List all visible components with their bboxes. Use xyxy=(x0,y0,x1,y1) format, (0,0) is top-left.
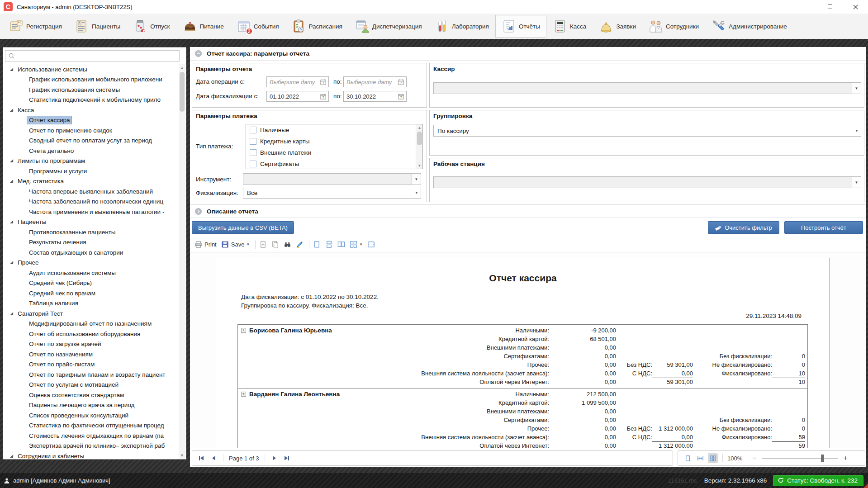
zoom-slider[interactable] xyxy=(762,455,838,462)
toolbar-item-reports[interactable]: Отчёты xyxy=(495,15,546,38)
tree-item[interactable]: Модифицированный отчет по назначениям xyxy=(3,319,179,329)
payment-type-row[interactable]: Наличные xyxy=(246,124,422,136)
close-button[interactable] xyxy=(843,0,868,14)
tree-expander-icon[interactable] xyxy=(9,312,18,316)
operation-date-from-input[interactable] xyxy=(267,79,318,85)
tree-item[interactable]: Отчет по применению скидок xyxy=(3,125,179,136)
tree-category[interactable]: Касса xyxy=(3,105,179,115)
tree-category[interactable]: Лимиты по программам xyxy=(3,156,179,166)
toolbar-item-dispense[interactable]: Отпуск xyxy=(127,15,176,38)
toolbar-item-food[interactable]: Питание xyxy=(176,15,230,38)
find-button[interactable] xyxy=(284,241,291,248)
tree-item[interactable]: Статистика подключений к мобильному прил… xyxy=(3,95,179,105)
expand-description-icon[interactable] xyxy=(194,208,202,215)
print-button[interactable]: Print xyxy=(194,241,217,248)
tree-item[interactable]: Счета детально xyxy=(3,146,179,156)
scroll-down-icon[interactable]: ▼ xyxy=(416,162,423,169)
calendar-icon[interactable]: 7 xyxy=(398,79,404,85)
tree-item[interactable]: Список проведенных консультаций xyxy=(3,410,179,421)
tree-scrollbar[interactable]: ▲ ▼ xyxy=(179,64,185,459)
page-setup-button[interactable] xyxy=(259,241,267,248)
tree-category[interactable]: Сотрудники и кабинеты xyxy=(3,451,179,459)
toolbar-item-events[interactable]: 2 События xyxy=(230,15,285,38)
toolbar-item-staff[interactable]: Сотрудники xyxy=(642,15,705,38)
view-options-button[interactable]: ▼ xyxy=(350,241,363,248)
scroll-up-icon[interactable]: ▲ xyxy=(179,64,185,71)
tree-item[interactable]: Пациенты лечащего врача за период xyxy=(3,400,179,411)
first-page-icon[interactable] xyxy=(198,455,205,462)
tree-expander-icon[interactable] xyxy=(9,261,18,265)
chevron-down-icon[interactable]: ▼ xyxy=(852,83,861,94)
tree-item[interactable]: Противопоказанные пациенты xyxy=(3,227,179,237)
fiscal-date-from-field[interactable]: 7 xyxy=(266,91,329,102)
view-continuous-button[interactable] xyxy=(325,241,333,248)
multi-page-view-button[interactable] xyxy=(708,453,718,463)
tree-expander-icon[interactable] xyxy=(9,108,18,112)
toolbar-item-cashdesk[interactable]: Касса xyxy=(546,15,593,38)
slider-handle[interactable] xyxy=(821,455,824,462)
tree-item[interactable]: Экспертиза врачей по клинико– экспертной… xyxy=(3,441,179,451)
checkbox-unchecked-icon[interactable] xyxy=(250,138,256,145)
grouping-combo[interactable]: По кассиру ▼ xyxy=(433,125,861,137)
tree-item[interactable]: Частота впервые выявленных заболеваний xyxy=(3,186,179,197)
fullscreen-button[interactable] xyxy=(367,241,375,248)
previous-page-icon[interactable] xyxy=(210,455,218,462)
page-width-view-button[interactable] xyxy=(683,453,693,463)
save-button[interactable]: Save ▼ xyxy=(221,241,250,248)
tree-item-selected[interactable]: Отчет кассира xyxy=(3,115,179,126)
minimize-button[interactable] xyxy=(792,0,817,14)
toolbar-item-dispatch[interactable]: Диспетчеризация xyxy=(349,15,428,38)
toolbar-item-patients[interactable]: Пациенты xyxy=(68,15,127,38)
cashier-combo[interactable]: ▼ xyxy=(433,82,861,94)
tree-category[interactable]: Санаторий Тест xyxy=(3,308,179,319)
tree-item[interactable]: Программы и услуги xyxy=(3,166,179,176)
fiscal-date-from-input[interactable] xyxy=(267,93,318,100)
tree-item[interactable]: Средний чек по врачам xyxy=(3,288,179,298)
next-page-icon[interactable] xyxy=(270,455,278,462)
payment-list-scrollbar[interactable]: ▲ ▼ xyxy=(416,124,422,169)
checkbox-unchecked-icon[interactable] xyxy=(250,149,256,156)
payment-type-row[interactable]: Кредитные карты xyxy=(246,136,422,147)
toolbar-item-administration[interactable]: Администрирование xyxy=(705,15,793,38)
tree-category[interactable]: Прочее xyxy=(3,258,179,268)
fiscal-date-to-input[interactable] xyxy=(344,93,396,100)
sidebar-search[interactable] xyxy=(5,50,180,62)
tree-expander-icon[interactable] xyxy=(9,179,18,183)
tree-item[interactable]: Оценка соответствия стандартам xyxy=(3,390,179,400)
scroll-up-icon[interactable]: ▲ xyxy=(416,124,423,131)
tree-expander-icon[interactable] xyxy=(9,159,18,163)
clear-filter-button[interactable]: Очистить фильтр xyxy=(708,221,779,234)
tree-item[interactable]: Отчет по назначениям xyxy=(3,349,179,360)
payment-type-row[interactable]: Внешние платежи xyxy=(246,147,422,158)
tree-item[interactable]: Отчет по загрузке врачей xyxy=(3,339,179,350)
tree-item[interactable]: Стоимость лечения отдыхающих по врачам (… xyxy=(3,431,179,441)
calendar-icon[interactable]: 7 xyxy=(320,93,327,100)
view-facing-button[interactable] xyxy=(337,241,345,248)
maximize-button[interactable] xyxy=(817,0,843,14)
workstation-combo[interactable]: ▼ xyxy=(433,176,861,188)
search-input[interactable] xyxy=(15,51,179,61)
tree-item[interactable]: Отчет по услугам с мотивацией xyxy=(3,380,179,390)
status-badge[interactable]: Статус: Свободен, к. 232 xyxy=(773,475,863,486)
highlight-button[interactable] xyxy=(296,241,304,248)
tree-item[interactable]: Статистика по фактически отпущенным проц… xyxy=(3,421,179,431)
build-report-button[interactable]: Построить отчёт xyxy=(784,221,863,234)
checkbox-unchecked-icon[interactable] xyxy=(250,127,256,133)
tree-item[interactable]: Отчет об использовании оборудования xyxy=(3,329,179,339)
tree-category[interactable]: Использование системы xyxy=(3,64,179,75)
tree-item[interactable]: Частота заболеваний по нозологически еди… xyxy=(3,197,179,207)
toolbar-item-requests[interactable]: Заявки xyxy=(593,15,642,38)
tree-item[interactable]: График использования мобильного приложен… xyxy=(3,75,179,85)
export-csv-button[interactable]: Выгрузить данные в CSV (BETA) xyxy=(192,221,294,234)
operation-date-to-input[interactable] xyxy=(344,79,396,85)
calendar-icon[interactable]: 7 xyxy=(320,79,327,85)
tree-item[interactable]: Аудит использования системы xyxy=(3,268,179,278)
scrollbar-thumb[interactable] xyxy=(417,132,422,145)
tree-category[interactable]: Мед. статистика xyxy=(3,176,179,187)
checkbox-unchecked-icon[interactable] xyxy=(250,161,256,167)
expand-group-icon[interactable]: + xyxy=(241,392,246,397)
zoom-in-button[interactable]: + xyxy=(844,454,848,462)
fiscal-date-to-field[interactable]: 7 xyxy=(343,91,407,102)
fit-width-view-button[interactable] xyxy=(695,453,705,463)
tree-item[interactable]: Отчет по прайс-листам xyxy=(3,360,179,370)
